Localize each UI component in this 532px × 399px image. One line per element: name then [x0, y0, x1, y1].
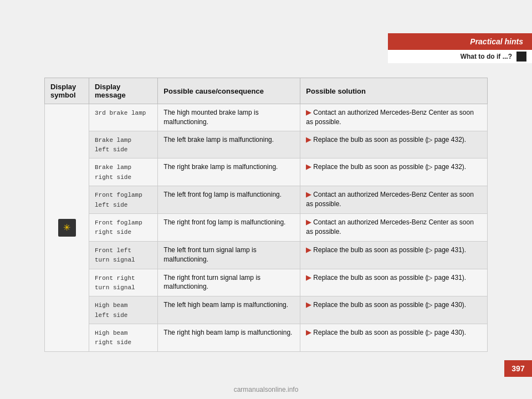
solution-cell: ▶Replace the bulb as soon as possible (▷…: [300, 324, 488, 352]
arrow-icon: ▶: [306, 274, 311, 282]
symbol-cell: ✳: [45, 104, 89, 352]
display-message-cell: High beam left side: [89, 296, 158, 324]
subsection-title: What to do if ...?: [461, 53, 512, 60]
display-message-cell: Front left turn signal: [89, 241, 158, 269]
table-row: High beam right sideThe right high beam …: [45, 324, 488, 352]
cause-cell: The right high beam lamp is malfunctioni…: [158, 324, 300, 352]
col-header-message: Display message: [89, 78, 158, 104]
section-title: Practical hints: [470, 37, 523, 46]
arrow-icon: ▶: [306, 329, 311, 336]
watermark: carmanualsonline.info: [234, 386, 299, 393]
cause-cell: The right brake lamp is malfunctioning.: [158, 158, 300, 186]
cause-cell: The right front turn signal lamp is malf…: [158, 269, 300, 296]
solution-cell: ▶Replace the bulb as soon as possible (▷…: [300, 269, 488, 296]
solution-cell: ▶Contact an authorized Mercedes-Benz Cen…: [300, 104, 488, 131]
arrow-icon: ▶: [306, 246, 311, 254]
arrow-icon: ▶: [306, 109, 311, 116]
table-row: ✳3rd brake lampThe high mounted brake la…: [45, 104, 488, 131]
display-message-cell: Front right turn signal: [89, 269, 158, 296]
arrow-icon: ▶: [306, 301, 311, 309]
table-row: Brake lamp left sideThe left brake lamp …: [45, 131, 488, 158]
table-row: Brake lamp right sideThe right brake lam…: [45, 158, 488, 186]
solution-cell: ▶Replace the bulb as soon as possible (▷…: [300, 131, 488, 158]
cause-cell: The left front fog lamp is malfunctionin…: [158, 186, 300, 214]
display-message-cell: Front foglamp right side: [89, 213, 158, 241]
section-header: Practical hints: [388, 33, 532, 50]
solution-cell: ▶Contact an authorized Mercedes-Benz Cen…: [300, 186, 488, 214]
cause-cell: The left front turn signal lamp is malfu…: [158, 241, 300, 269]
display-message-cell: High beam right side: [89, 324, 158, 352]
table-row: Front foglamp right sideThe right front …: [45, 213, 488, 241]
symptoms-table: Display symbol Display message Possible …: [44, 78, 488, 352]
arrow-icon: ▶: [306, 136, 311, 144]
display-message-cell: Front foglamp left side: [89, 186, 158, 214]
table-header-row: Display symbol Display message Possible …: [45, 78, 488, 104]
col-header-cause: Possible cause/consequence: [158, 78, 300, 104]
subsection-header: What to do if ...?: [388, 50, 532, 63]
solution-cell: ▶Contact an authorized Mercedes-Benz Cen…: [300, 213, 488, 241]
cause-cell: The right front fog lamp is malfunctioni…: [158, 213, 300, 241]
solution-cell: ▶Replace the bulb as soon as possible (▷…: [300, 296, 488, 324]
col-header-symbol: Display symbol: [45, 78, 89, 104]
warning-light-icon: ✳: [58, 219, 76, 237]
arrow-icon: ▶: [306, 191, 311, 198]
cause-cell: The high mounted brake lamp is malfuncti…: [158, 104, 300, 131]
arrow-icon: ▶: [306, 163, 311, 171]
arrow-icon: ▶: [306, 218, 311, 226]
table-row: Front foglamp left sideThe left front fo…: [45, 186, 488, 214]
page-number: 397: [504, 360, 532, 377]
table-row: Front right turn signalThe right front t…: [45, 269, 488, 296]
display-message-cell: 3rd brake lamp: [89, 104, 158, 131]
solution-cell: ▶Replace the bulb as soon as possible (▷…: [300, 241, 488, 269]
black-square-icon: [516, 52, 526, 62]
table-row: Front left turn signalThe left front tur…: [45, 241, 488, 269]
display-message-cell: Brake lamp left side: [89, 131, 158, 158]
display-message-cell: Brake lamp right side: [89, 158, 158, 186]
solution-cell: ▶Replace the bulb as soon as possible (▷…: [300, 158, 488, 186]
table-row: High beam left sideThe left high beam la…: [45, 296, 488, 324]
col-header-solution: Possible solution: [300, 78, 488, 104]
cause-cell: The left high beam lamp is malfunctionin…: [158, 296, 300, 324]
main-table-wrapper: Display symbol Display message Possible …: [44, 78, 488, 352]
cause-cell: The left brake lamp is malfunctioning.: [158, 131, 300, 158]
